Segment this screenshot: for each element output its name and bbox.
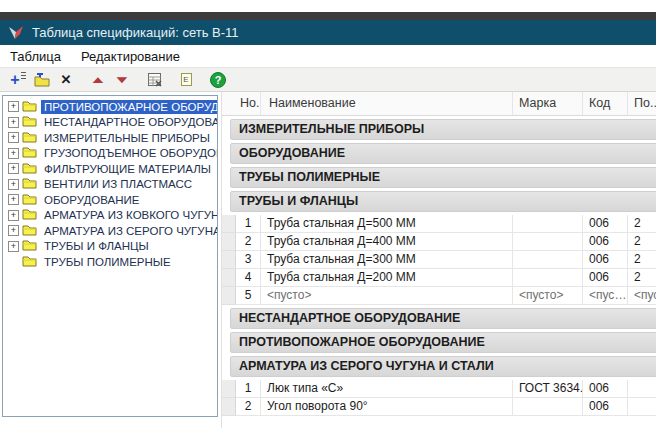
titlebar[interactable]: Таблица спецификаций: сеть В-11 xyxy=(0,20,656,45)
expand-plus-icon[interactable]: + xyxy=(8,117,19,128)
row-po-cell xyxy=(628,380,656,398)
table-row[interactable]: 1Труба стальная Д=500 ММ0062 xyxy=(222,215,656,233)
tree-item[interactable]: +АРМАТУРА ИЗ СЕРОГО ЧУГУНА И СТА xyxy=(3,223,217,239)
table-row[interactable]: 4Труба стальная Д=200 ММ0062 xyxy=(222,269,656,287)
column-header-number[interactable]: Но... xyxy=(236,92,261,115)
insert-folder-icon xyxy=(33,73,51,87)
folder-icon-wrap xyxy=(22,100,41,114)
tree-item[interactable]: +ТРУБЫ И ФЛАНЦЫ xyxy=(3,239,217,255)
tree-item-label: ПРОТИВОПОЖАРНОЕ ОБОРУДОВАНИ xyxy=(41,100,218,114)
tree-item[interactable]: +ИЗМЕРИТЕЛЬНЫЕ ПРИБОРЫ xyxy=(3,130,217,146)
folder-icon xyxy=(22,177,37,189)
folder-icon xyxy=(22,239,37,251)
desktop-strip xyxy=(0,12,656,20)
row-gutter-cell xyxy=(222,380,236,398)
folder-icon xyxy=(22,162,37,174)
folder-icon xyxy=(22,131,37,143)
header-gutter-cell xyxy=(222,92,236,115)
expand-plus-icon[interactable]: + xyxy=(8,101,19,112)
folder-icon-wrap xyxy=(22,146,41,160)
folder-icon-wrap xyxy=(22,208,41,222)
folder-icon xyxy=(22,115,37,127)
add-row-button[interactable]: + xyxy=(6,69,30,90)
tree-item[interactable]: +ПРОТИВОПОЖАРНОЕ ОБОРУДОВАНИ xyxy=(3,99,217,115)
folder-icon-wrap xyxy=(22,131,41,145)
table-row[interactable]: 3Труба стальная Д=300 ММ0062 xyxy=(222,251,656,269)
tree-item[interactable]: +ВЕНТИЛИ ИЗ ПЛАСТМАСС xyxy=(3,177,217,193)
folder-icon xyxy=(22,100,37,112)
tree-item[interactable]: +ОБОРУДОВАНИЕ xyxy=(3,192,217,208)
section-header[interactable]: ПРОТИВОПОЖАРНОЕ ОБОРУДОВАНИЕ xyxy=(230,332,656,353)
move-down-button[interactable]: ▼ xyxy=(110,69,134,90)
expand-plus-icon[interactable]: + xyxy=(8,210,19,221)
menu-table[interactable]: Таблица xyxy=(0,45,71,67)
menu-edit[interactable]: Редактирование xyxy=(71,45,190,67)
row-name-cell: Труба стальная Д=300 ММ xyxy=(261,251,513,269)
row-number-cell: 2 xyxy=(236,398,261,416)
table-row[interactable]: 2Угол поворота 90°006 xyxy=(222,398,656,416)
expand-plus-icon[interactable]: + xyxy=(8,132,19,143)
folder-icon-wrap xyxy=(22,115,41,129)
expand-plus-icon[interactable]: + xyxy=(8,241,19,252)
row-name-cell: <пусто> xyxy=(261,287,513,305)
field-box-icon: E xyxy=(181,73,192,86)
section-header[interactable]: ТРУБЫ ПОЛИМЕРНЫЕ xyxy=(230,167,656,188)
folder-icon-wrap xyxy=(22,224,41,238)
row-po-cell: 2 xyxy=(628,215,656,233)
tree-item-label: ГРУЗОПОДЪЕМНОЕ ОБОРУДОВАНИЕ xyxy=(41,146,218,160)
add-plus-icon: + xyxy=(10,72,19,88)
delete-button[interactable]: ✕ xyxy=(54,69,78,90)
section-header[interactable]: НЕСТАНДАРТНОЕ ОБОРУДОВАНИЕ xyxy=(230,308,656,329)
move-up-button[interactable]: ▲ xyxy=(86,69,110,90)
tree-item[interactable]: ТРУБЫ ПОЛИМЕРНЫЕ xyxy=(3,254,217,270)
row-kod-cell: 006 xyxy=(583,398,628,416)
tree-item[interactable]: +ГРУЗОПОДЪЕМНОЕ ОБОРУДОВАНИЕ xyxy=(3,146,217,162)
row-marka-cell: ГОСТ 3634... xyxy=(513,380,583,398)
folder-icon-wrap xyxy=(22,162,41,176)
tree-item[interactable]: +НЕСТАНДАРТНОЕ ОБОРУДОВАНИЕ xyxy=(3,115,217,131)
expand-plus-icon[interactable]: + xyxy=(8,194,19,205)
row-number-cell: 4 xyxy=(236,269,261,287)
expand-plus-icon[interactable]: + xyxy=(8,163,19,174)
row-gutter-cell xyxy=(222,287,236,305)
expand-plus-icon[interactable]: + xyxy=(8,179,19,190)
table-row[interactable]: 1Люк типа «С»ГОСТ 3634...006 xyxy=(222,380,656,398)
table-header: Но...НаименованиеМаркаКодПо... xyxy=(222,92,656,116)
insert-folder-button[interactable] xyxy=(30,69,54,90)
tree-item[interactable]: +ФИЛЬТРУЮЩИЕ МАТЕРИАЛЫ xyxy=(3,161,217,177)
section-header[interactable]: АРМАТУРА ИЗ СЕРОГО ЧУГУНА И СТАЛИ xyxy=(230,356,656,377)
section-header[interactable]: ИЗМЕРИТЕЛЬНЫЕ ПРИБОРЫ xyxy=(230,119,656,140)
row-number-cell: 2 xyxy=(236,233,261,251)
row-kod-cell: 006 xyxy=(583,233,628,251)
tree-item-label: АРМАТУРА ИЗ КОВКОГО ЧУГУНА И Ц xyxy=(41,208,218,222)
table-row[interactable]: 2Труба стальная Д=400 ММ0062 xyxy=(222,233,656,251)
column-header-name[interactable]: Наименование xyxy=(261,92,513,115)
report-table-icon xyxy=(147,72,162,87)
folder-icon xyxy=(22,208,37,220)
column-header-kod[interactable]: Код xyxy=(583,92,628,115)
row-kod-cell: 006 xyxy=(583,215,628,233)
tree-item-label: АРМАТУРА ИЗ СЕРОГО ЧУГУНА И СТА xyxy=(41,224,218,238)
row-number-cell: 5 xyxy=(236,287,261,305)
menubar: Таблица Редактирование xyxy=(0,45,656,67)
report-button[interactable] xyxy=(142,69,166,90)
column-header-marka[interactable]: Марка xyxy=(513,92,583,115)
section-header[interactable]: ОБОРУДОВАНИЕ xyxy=(230,143,656,164)
row-number-cell: 3 xyxy=(236,251,261,269)
category-tree: +ПРОТИВОПОЖАРНОЕ ОБОРУДОВАНИ+НЕСТАНДАРТН… xyxy=(2,95,218,417)
expand-plus-icon[interactable]: + xyxy=(8,225,19,236)
section-header[interactable]: ТРУБЫ И ФЛАНЦЫ xyxy=(230,191,656,212)
tree-item-label: ТРУБЫ И ФЛАНЦЫ xyxy=(41,239,152,253)
expand-plus-icon[interactable]: + xyxy=(8,148,19,159)
help-button[interactable]: ? xyxy=(206,69,230,90)
row-marka-cell xyxy=(513,233,583,251)
row-kod-cell: 006 xyxy=(583,380,628,398)
table-row[interactable]: 5<пусто><пусто><пусто><пусто> xyxy=(222,287,656,305)
row-po-cell: 2 xyxy=(628,233,656,251)
row-name-cell: Труба стальная Д=500 ММ xyxy=(261,215,513,233)
column-header-po[interactable]: По... xyxy=(628,92,656,115)
tree-item-label: ВЕНТИЛИ ИЗ ПЛАСТМАСС xyxy=(41,177,195,191)
tree-item[interactable]: +АРМАТУРА ИЗ КОВКОГО ЧУГУНА И Ц xyxy=(3,208,217,224)
field-button[interactable]: E xyxy=(174,69,198,90)
row-name-cell: Угол поворота 90° xyxy=(261,398,513,416)
